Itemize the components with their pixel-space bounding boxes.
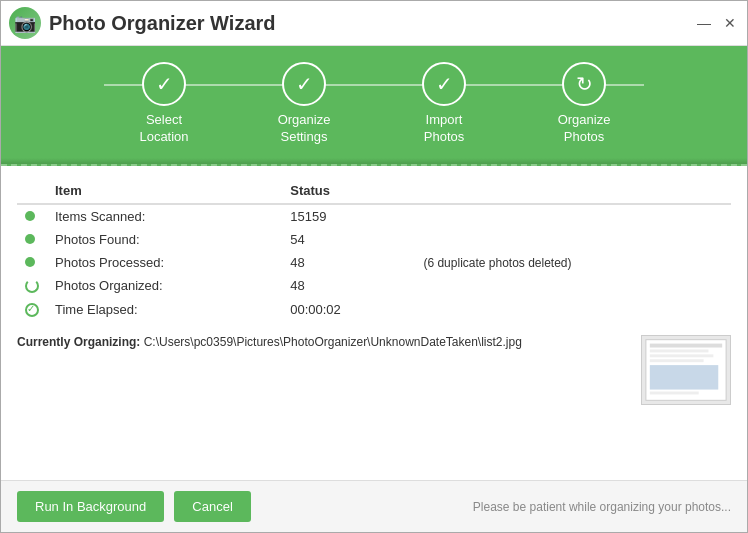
close-button[interactable]: ✕ xyxy=(721,14,739,32)
step-label-3: ImportPhotos xyxy=(424,112,464,146)
organizing-text: Currently Organizing: C:\Users\pc0359\Pi… xyxy=(17,335,633,349)
row-note-3: (6 duplicate photos deleted) xyxy=(407,251,731,274)
row-value-3: 48 xyxy=(282,251,407,274)
row-label-2: Photos Found: xyxy=(47,228,282,251)
step-select-location: ✓ SelectLocation xyxy=(94,62,234,146)
row-indicator-3 xyxy=(17,251,47,274)
step-organize-settings: ✓ OrganizeSettings xyxy=(234,62,374,146)
svg-rect-2 xyxy=(650,344,722,348)
row-value-2: 54 xyxy=(282,228,407,251)
wizard-header: ✓ SelectLocation ✓ OrganizeSettings ✓ Im… xyxy=(1,46,747,158)
col-icon-header xyxy=(17,178,47,204)
row-label-1: Items Scanned: xyxy=(47,204,282,228)
col-status-header: Status xyxy=(282,178,407,204)
row-indicator-2 xyxy=(17,228,47,251)
status-table: Item Status Items Scanned: 15159 Photos … xyxy=(17,178,731,321)
table-row: Photos Processed: 48 (6 duplicate photos… xyxy=(17,251,731,274)
row-note-5 xyxy=(407,297,731,321)
table-row: Photos Organized: 48 xyxy=(17,274,731,298)
step-circle-2: ✓ xyxy=(282,62,326,106)
row-value-5: 00:00:02 xyxy=(282,297,407,321)
row-label-4: Photos Organized: xyxy=(47,274,282,298)
app-icon: 📷 xyxy=(9,7,41,39)
organizing-row: Currently Organizing: C:\Users\pc0359\Pi… xyxy=(17,335,731,405)
row-value-1: 15159 xyxy=(282,204,407,228)
row-indicator-5 xyxy=(17,297,47,321)
steps-container: ✓ SelectLocation ✓ OrganizeSettings ✓ Im… xyxy=(1,62,747,146)
organizing-label: Currently Organizing: xyxy=(17,335,140,349)
row-value-4: 48 xyxy=(282,274,407,298)
organizing-path: C:\Users\pc0359\Pictures\PhotoOrganizer\… xyxy=(144,335,522,349)
col-note-header xyxy=(407,178,731,204)
step-label-4: OrganizePhotos xyxy=(558,112,611,146)
table-row: Items Scanned: 15159 xyxy=(17,204,731,228)
col-item-header: Item xyxy=(47,178,282,204)
title-bar: 📷 Photo Organizer Wizard — ✕ xyxy=(1,1,747,46)
table-row: Time Elapsed: 00:00:02 xyxy=(17,297,731,321)
thumbnail-preview xyxy=(641,335,731,405)
main-window: 📷 Photo Organizer Wizard — ✕ ✓ SelectLoc… xyxy=(0,0,748,533)
row-note-2 xyxy=(407,228,731,251)
svg-rect-3 xyxy=(650,349,709,352)
svg-rect-7 xyxy=(650,391,699,394)
step-circle-4: ↻ xyxy=(562,62,606,106)
svg-rect-5 xyxy=(650,359,704,362)
cancel-button[interactable]: Cancel xyxy=(174,491,250,522)
minimize-button[interactable]: — xyxy=(695,14,713,32)
step-import-photos: ✓ ImportPhotos xyxy=(374,62,514,146)
wave-divider xyxy=(1,158,747,166)
row-label-3: Photos Processed: xyxy=(47,251,282,274)
footer-status-message: Please be patient while organizing your … xyxy=(473,500,731,514)
run-in-background-button[interactable]: Run In Background xyxy=(17,491,164,522)
content-area: Item Status Items Scanned: 15159 Photos … xyxy=(1,166,747,480)
row-indicator-4 xyxy=(17,274,47,298)
table-row: Photos Found: 54 xyxy=(17,228,731,251)
row-note-4 xyxy=(407,274,731,298)
svg-rect-4 xyxy=(650,354,714,357)
thumbnail-svg xyxy=(642,335,730,405)
footer: Run In Background Cancel Please be patie… xyxy=(1,480,747,532)
step-circle-1: ✓ xyxy=(142,62,186,106)
row-indicator-1 xyxy=(17,204,47,228)
window-title: Photo Organizer Wizard xyxy=(49,12,695,35)
step-label-1: SelectLocation xyxy=(139,112,188,146)
step-organize-photos: ↻ OrganizePhotos xyxy=(514,62,654,146)
svg-rect-6 xyxy=(650,365,718,389)
row-note-1 xyxy=(407,204,731,228)
step-label-2: OrganizeSettings xyxy=(278,112,331,146)
window-controls: — ✕ xyxy=(695,14,739,32)
row-label-5: Time Elapsed: xyxy=(47,297,282,321)
step-circle-3: ✓ xyxy=(422,62,466,106)
